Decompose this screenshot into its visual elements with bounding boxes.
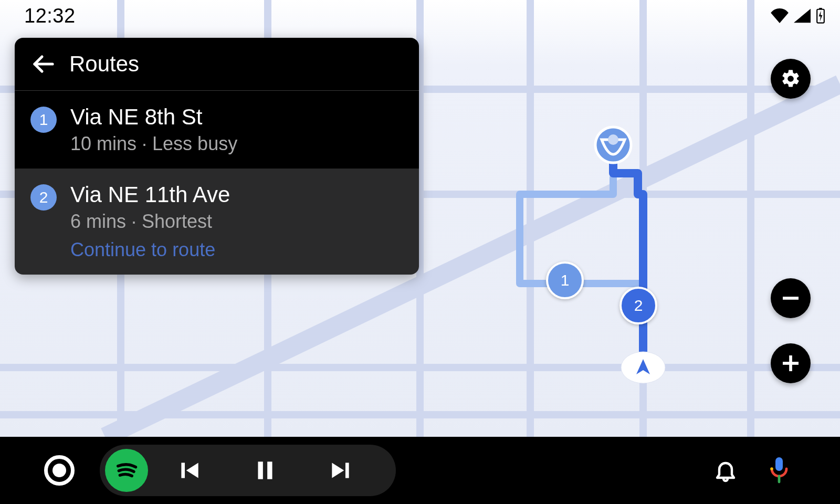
map-route-marker-2-label: 2 — [634, 297, 643, 314]
skip-next-icon — [328, 457, 354, 484]
svg-point-26 — [770, 467, 773, 470]
spotify-button[interactable] — [105, 449, 148, 492]
svg-rect-18 — [789, 355, 792, 371]
back-button[interactable] — [30, 51, 56, 77]
launcher-icon — [52, 464, 66, 477]
launcher-button[interactable] — [44, 455, 75, 486]
route-1-title: Via NE 8th St — [70, 104, 237, 130]
notifications-button[interactable] — [712, 457, 739, 484]
zoom-out-button[interactable] — [771, 278, 811, 318]
settings-button[interactable] — [771, 59, 811, 99]
pause-icon — [252, 457, 278, 484]
bell-icon — [713, 458, 738, 483]
route-2-title: Via NE 11th Ave — [70, 182, 230, 207]
gear-icon — [780, 68, 801, 89]
svg-rect-15 — [819, 8, 822, 9]
routes-card: Routes 1 Via NE 8th St 10 mins · Less bu… — [15, 38, 419, 275]
status-time: 12:32 — [24, 5, 76, 27]
arrow-left-icon — [30, 51, 56, 77]
minus-icon — [780, 288, 801, 309]
system-dock — [0, 437, 840, 504]
map-route-marker-2[interactable]: 2 — [620, 287, 657, 324]
map-route-marker-1[interactable]: 1 — [546, 261, 584, 299]
svg-point-12 — [608, 134, 618, 145]
zoom-in-button[interactable] — [771, 343, 811, 383]
svg-rect-20 — [181, 463, 185, 478]
route-option-2[interactable]: 2 Via NE 11th Ave 6 mins · Shortest Cont… — [15, 169, 419, 275]
status-bar: 12:32 — [0, 0, 840, 32]
svg-rect-22 — [267, 461, 272, 479]
route-badge-1: 1 — [30, 107, 57, 133]
svg-rect-24 — [775, 457, 783, 471]
continue-to-route-link[interactable]: Continue to route — [70, 239, 230, 261]
svg-rect-21 — [258, 461, 262, 479]
svg-rect-16 — [783, 297, 799, 300]
previous-track-button[interactable] — [155, 449, 224, 491]
route-2-subtitle: 6 mins · Shortest — [70, 211, 230, 233]
wifi-icon — [771, 8, 789, 23]
route-badge-2: 2 — [30, 184, 57, 211]
svg-rect-23 — [345, 463, 349, 478]
plus-icon — [780, 353, 801, 374]
routes-card-header: Routes — [15, 38, 419, 91]
voice-assistant-button[interactable] — [765, 457, 793, 484]
next-track-button[interactable] — [307, 449, 375, 491]
media-controls — [100, 445, 396, 496]
map-route-marker-1-label: 1 — [561, 271, 570, 289]
microphone-icon — [766, 456, 792, 485]
routes-card-title: Routes — [69, 51, 139, 77]
route-badge-2-label: 2 — [39, 188, 48, 206]
route-option-1[interactable]: 1 Via NE 8th St 10 mins · Less busy — [15, 91, 419, 169]
cellular-icon — [794, 8, 811, 23]
pause-button[interactable] — [231, 449, 299, 491]
battery-charging-icon — [816, 8, 825, 24]
skip-previous-icon — [176, 457, 203, 484]
route-badge-1-label: 1 — [39, 111, 48, 129]
route-1-subtitle: 10 mins · Less busy — [70, 133, 237, 155]
spotify-icon — [112, 456, 141, 485]
